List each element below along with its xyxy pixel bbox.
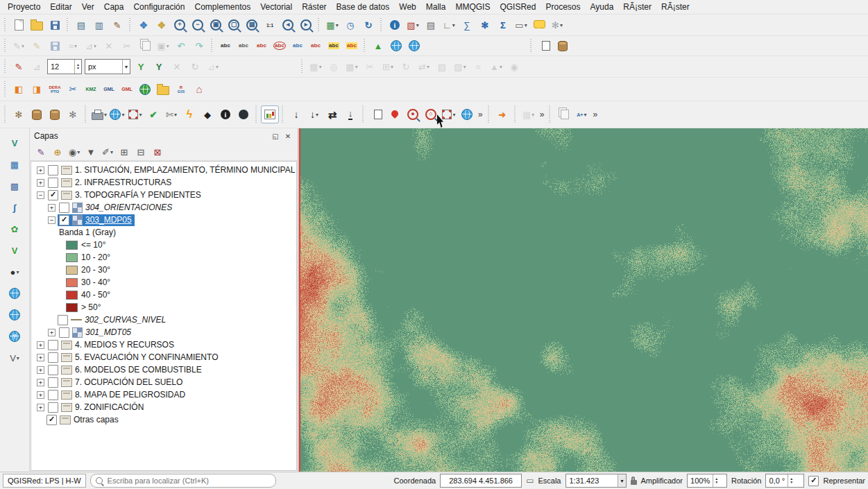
toolbar-grip[interactable] bbox=[128, 18, 133, 33]
dropdown-arrow-icon[interactable]: ▾ bbox=[336, 22, 339, 28]
expander-icon[interactable]: − bbox=[48, 216, 56, 224]
serval-tool-left[interactable]: ◧ bbox=[10, 81, 27, 98]
grid-blue-tool[interactable]: ▦ bbox=[5, 155, 24, 173]
redo[interactable]: ↷ bbox=[191, 37, 207, 54]
dropdown-arrow-icon[interactable]: ▾ bbox=[525, 22, 527, 28]
home-range-plugin[interactable]: ⌂ bbox=[191, 81, 207, 98]
checker-tool[interactable]: ▩ bbox=[5, 177, 24, 195]
layer-checkbox[interactable] bbox=[48, 365, 58, 375]
add-group[interactable]: ⊕ bbox=[50, 145, 65, 159]
v-dropdown-tool[interactable]: V▾ bbox=[5, 349, 24, 367]
warp-raster[interactable]: ↻ bbox=[398, 58, 414, 75]
menu-malla[interactable]: Malla bbox=[421, 1, 451, 13]
layer-labeling-options[interactable]: abc bbox=[217, 37, 234, 54]
dropdown-arrow-icon[interactable]: ▾ bbox=[94, 43, 96, 49]
toolbar-grip[interactable] bbox=[363, 39, 367, 53]
chevron-down-icon[interactable]: ▾ bbox=[618, 474, 625, 487]
layer-item[interactable]: +4. MEDIOS Y RECURSOS bbox=[31, 338, 296, 351]
dropdown-arrow-icon[interactable]: ▾ bbox=[139, 112, 142, 118]
menu-qgisred[interactable]: QGISRed bbox=[495, 1, 541, 13]
layer-item[interactable]: 302_CURVAS_NIVEL bbox=[31, 314, 296, 326]
menu-r-ster[interactable]: Ráster bbox=[297, 1, 331, 13]
identify-features[interactable]: i bbox=[386, 17, 403, 33]
expander-icon[interactable]: + bbox=[37, 404, 44, 411]
scale-combo[interactable]: 1:31.423 ▾ bbox=[565, 474, 627, 488]
select-extent[interactable]: ▾ bbox=[441, 106, 457, 123]
layer-item[interactable]: −303_MDP05 bbox=[31, 214, 296, 226]
dropdown-arrow-icon[interactable]: ▾ bbox=[319, 64, 322, 70]
coordinate-input[interactable]: 283.694 4.451.866 bbox=[440, 474, 522, 488]
measure-dropdown[interactable]: ▭▾ bbox=[513, 17, 529, 33]
expander-icon[interactable]: + bbox=[37, 379, 44, 386]
move-label[interactable]: abc bbox=[343, 37, 360, 54]
zoom-native-resolution[interactable]: 1:1 bbox=[262, 17, 278, 33]
style-manager[interactable]: ✎ bbox=[109, 17, 126, 33]
sync-gears[interactable]: ✻ bbox=[65, 106, 81, 123]
show-layout-manager[interactable]: ▥ bbox=[91, 17, 108, 33]
callout-tool[interactable]: Y bbox=[133, 58, 149, 75]
layer-checkbox[interactable] bbox=[58, 315, 68, 325]
toolbar-grip[interactable] bbox=[513, 105, 518, 124]
select-features[interactable]: ▧▾ bbox=[405, 17, 421, 33]
new-print-layout[interactable]: ▤ bbox=[73, 17, 90, 33]
quick-map-services[interactable] bbox=[386, 106, 403, 123]
toolbar-grip[interactable] bbox=[3, 105, 8, 124]
collapse-all[interactable]: ⊟ bbox=[133, 145, 148, 159]
web-globe[interactable] bbox=[459, 106, 475, 123]
dropdown-arrow-icon[interactable]: ▾ bbox=[110, 149, 113, 155]
copy-features[interactable] bbox=[137, 37, 153, 54]
qgisred-status-badge[interactable]: QGISRed: LPS | H-W bbox=[3, 474, 86, 488]
toolbar-grip[interactable] bbox=[300, 60, 305, 74]
measure-line[interactable]: ∟▾ bbox=[441, 17, 457, 33]
vertex-tool[interactable]: ⊿▾ bbox=[83, 37, 99, 54]
options-dropdown[interactable]: ✻▾ bbox=[549, 17, 565, 33]
menu-base-de-datos[interactable]: Base de datos bbox=[332, 1, 395, 13]
data-database-barrel[interactable] bbox=[46, 106, 63, 123]
zoom-out[interactable]: − bbox=[189, 17, 206, 33]
dropdown-arrow-icon[interactable]: ▾ bbox=[500, 64, 502, 70]
toolbar-overflow[interactable]: » bbox=[593, 110, 597, 119]
layer-item[interactable]: +301_MDT05 bbox=[31, 326, 296, 338]
dropdown-arrow-icon[interactable]: ▾ bbox=[16, 269, 19, 275]
contour-tool[interactable]: ≈ bbox=[470, 58, 486, 75]
qgisred-vertex[interactable]: V bbox=[5, 134, 24, 152]
dropdown-arrow-icon[interactable]: ▾ bbox=[77, 149, 80, 155]
menu-configuraci-n[interactable]: Configuración bbox=[128, 1, 189, 13]
consolidate-layers[interactable] bbox=[536, 37, 553, 54]
zoom-area-red[interactable]: ○ bbox=[423, 106, 439, 123]
toggle-editing[interactable]: ✎ bbox=[28, 37, 45, 54]
new-project[interactable] bbox=[10, 17, 27, 33]
layer-checkbox[interactable] bbox=[59, 327, 69, 338]
digitize-region[interactable]: ▾ bbox=[127, 106, 144, 123]
dropdown-arrow-icon[interactable]: ▾ bbox=[316, 112, 318, 118]
layer-item[interactable]: +6. MODELOS DE COMBUSTIBLE bbox=[31, 363, 296, 376]
toolbar-grip[interactable] bbox=[66, 18, 70, 33]
dem-analysis[interactable]: ▲▾ bbox=[488, 58, 504, 75]
pan-map[interactable]: ✥ bbox=[135, 17, 152, 33]
delete-selected[interactable]: ✕ bbox=[101, 37, 117, 54]
lock-scale-icon[interactable] bbox=[631, 480, 637, 485]
layer-item[interactable]: +2. INFRAESTRUCTURAS bbox=[31, 176, 296, 189]
legend-band[interactable]: Banda 1 (Gray) bbox=[31, 226, 296, 239]
copy-style-tool[interactable] bbox=[368, 106, 385, 123]
dropdown-arrow-icon[interactable]: ▾ bbox=[17, 355, 19, 361]
undo[interactable]: ↶ bbox=[173, 37, 189, 54]
save-layer-edits[interactable] bbox=[46, 37, 63, 54]
spin-down-icon[interactable]: ▼ bbox=[713, 481, 720, 484]
labeling-rules-red[interactable]: abc bbox=[253, 37, 270, 54]
map-canvas[interactable] bbox=[299, 128, 868, 472]
rasterize-vector[interactable]: ▨▾ bbox=[452, 58, 468, 75]
dem-import[interactable]: ↓ bbox=[288, 106, 305, 123]
dropdown-arrow-icon[interactable]: ▾ bbox=[560, 22, 563, 28]
open-data-folder[interactable] bbox=[155, 81, 171, 98]
expander-icon[interactable]: + bbox=[37, 341, 44, 349]
legend-class[interactable]: 20 - 30° bbox=[31, 264, 296, 276]
font-units-combo[interactable]: px▾ bbox=[85, 59, 130, 74]
legend-class[interactable]: > 50° bbox=[31, 301, 296, 314]
dropdown-arrow-icon[interactable]: ▾ bbox=[174, 112, 177, 118]
expander-icon[interactable]: + bbox=[37, 179, 44, 187]
digitize-curve[interactable]: ≈▾ bbox=[65, 37, 81, 54]
spin-down-icon[interactable]: ▼ bbox=[788, 481, 794, 484]
dropdown-arrow-icon[interactable]: ▾ bbox=[427, 64, 429, 70]
remove-layer[interactable]: ⊠ bbox=[150, 145, 165, 159]
